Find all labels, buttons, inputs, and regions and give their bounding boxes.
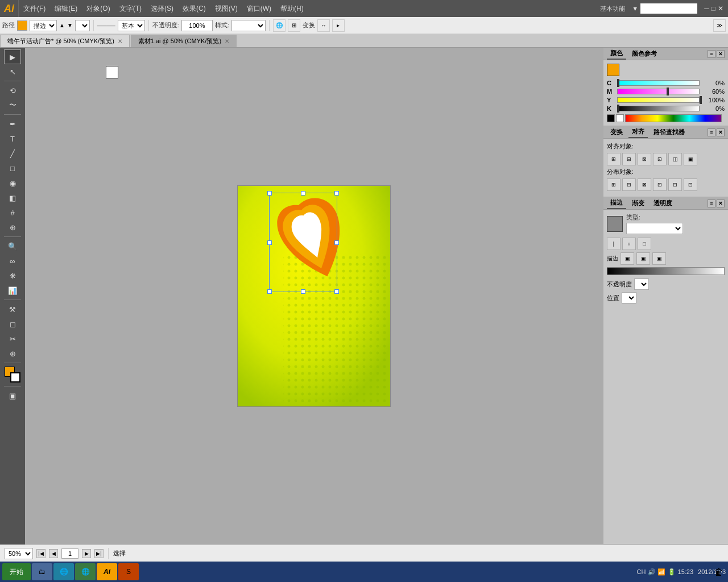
scissors-tool[interactable]: ✂ [5,332,20,346]
close-button[interactable]: ✕ [718,5,723,13]
pen-tool[interactable]: ✒ [5,117,20,131]
white-swatch[interactable] [616,114,624,122]
line-style-dropdown[interactable]: 基本 [118,20,145,31]
stroke-delete-btn[interactable]: 🗑 [714,567,723,577]
stroke-inside-btn[interactable]: ▣ [621,252,634,265]
stroke-cap-round-btn[interactable]: ○ [622,238,636,250]
gradient-tool[interactable]: ◧ [5,191,20,205]
menu-file[interactable]: 文件(F) [19,0,50,17]
align-tab[interactable]: 对齐 [628,126,648,138]
menu-view[interactable]: 视图(V) [210,0,242,17]
stroke-tab[interactable]: 描边 [607,197,626,209]
dist-center-v-btn[interactable]: ⊟ [622,178,636,191]
dist-left-btn[interactable]: ⊡ [653,178,667,191]
symbol-tool[interactable]: ❋ [5,269,20,282]
warp-tool[interactable]: 〜 [5,98,20,112]
tab-duanwu-close[interactable]: ✕ [118,38,122,44]
foreground-swatch[interactable] [607,64,619,76]
align-center-v-btn[interactable]: ◫ [668,153,682,165]
align-bottom-btn[interactable]: ▣ [684,153,697,165]
stroke-outside-btn[interactable]: ▣ [652,252,666,265]
minimize-button[interactable]: ─ [704,5,709,13]
stroke-panel-close-btn[interactable]: ✕ [717,199,725,207]
panel-collapse-btn[interactable]: ≫ [713,19,726,32]
globe-icon-btn[interactable]: 🌐 [273,19,286,32]
color-tab[interactable]: 颜色 [607,48,626,60]
stroke-position-select[interactable] [622,292,636,304]
y-slider[interactable] [617,97,700,103]
slice-tool[interactable]: ⚒ [5,302,20,316]
k-slider[interactable] [617,106,700,111]
search-input[interactable] [640,3,697,14]
color-panel-close-btn[interactable]: ✕ [717,50,725,58]
paintbucket-tool[interactable]: ◉ [5,176,20,190]
eyedropper-tool[interactable]: 🔍 [5,239,20,253]
dist-center-h-btn[interactable]: ⊡ [668,178,682,191]
tab-sucai[interactable]: 素材1.ai @ 50% (CMYK/预览) ✕ [131,35,237,47]
background-swatch[interactable] [106,66,118,78]
stroke-style-dropdown[interactable] [75,20,90,31]
align-right-btn[interactable]: ⊠ [638,153,651,165]
column-chart-tool[interactable]: 📊 [5,284,20,297]
stroke-center-btn[interactable]: ▣ [636,252,650,265]
stroke-panel-menu-btn[interactable]: ≡ [708,199,715,207]
color-panel-menu-btn[interactable]: ≡ [708,50,715,58]
menu-object[interactable]: 对象(O) [82,0,114,17]
align-top-btn[interactable]: ⊡ [653,153,667,165]
type-tool[interactable]: T [5,132,20,146]
eraser-tool[interactable]: ◻ [5,317,20,331]
stroke-color-swatch[interactable] [10,372,20,383]
align-panel-menu-btn[interactable]: ≡ [708,128,715,136]
spectrum-gradient[interactable] [625,114,722,122]
tab-duanwu[interactable]: 端午节活动广告* @ 50% (CMYK/预览) ✕ [0,35,130,47]
dist-top-btn[interactable]: ⊞ [607,178,621,191]
dist-right-btn[interactable]: ⊡ [684,178,697,191]
start-button[interactable]: 开始 [2,563,31,580]
direct-select-tool[interactable]: ↖ [5,65,20,78]
zoom-select[interactable]: 50% [5,548,33,559]
taskbar-browser-icon[interactable]: 🌐 [53,563,74,580]
more-btn[interactable]: ▸ [332,19,345,32]
stroke-up-icon[interactable]: ▲ [59,22,65,28]
pathfinder-tab[interactable]: 路径查找器 [650,127,688,138]
menu-select[interactable]: 选择(S) [146,0,178,17]
black-swatch[interactable] [607,114,615,122]
menu-edit[interactable]: 编辑(E) [50,0,82,17]
rect-tool[interactable]: □ [5,161,20,175]
menu-effect[interactable]: 效果(C) [178,0,210,17]
align-panel-close-btn[interactable]: ✕ [717,128,725,136]
align-left-btn[interactable]: ⊞ [607,153,621,165]
stroke-preview-swatch[interactable] [607,216,623,232]
menu-window[interactable]: 窗口(W) [242,0,276,17]
line-tool[interactable]: ╱ [5,147,20,160]
nav-last-btn[interactable]: ▶| [94,549,104,558]
stroke-dropdown[interactable]: 描边 [30,20,57,31]
transparency-tab[interactable]: 透明度 [650,198,676,209]
fill-stroke-swatches[interactable] [5,367,20,383]
transform-btn[interactable]: ⊞ [288,19,300,32]
transform-label[interactable]: 变换 [303,21,315,30]
fill-swatch[interactable] [17,20,27,31]
flip-h-btn[interactable]: ↔ [317,19,330,32]
dropdown-arrow-icon[interactable]: ▼ [632,5,638,12]
menu-type[interactable]: 文字(T) [115,0,146,17]
blend-tool[interactable]: ∞ [5,254,20,268]
taskbar-browser2-icon[interactable]: 🌐 [75,563,96,580]
nav-prev-btn[interactable]: ◀ [49,549,58,558]
stroke-cap-butt-btn[interactable]: | [607,238,621,250]
shape-build-tool[interactable]: ⊕ [5,221,20,234]
nav-next-btn[interactable]: ▶ [82,549,91,558]
zoom-tool[interactable]: ⊕ [5,347,20,360]
transform-tool[interactable]: ⟲ [5,84,20,97]
c-slider[interactable] [617,80,700,86]
mesh-tool[interactable]: # [5,206,20,219]
stroke-down-icon[interactable]: ▼ [67,22,73,28]
nav-first-btn[interactable]: |◀ [36,549,46,558]
align-center-h-btn[interactable]: ⊟ [622,153,636,165]
maximize-button[interactable]: □ [712,5,715,13]
canvas-area[interactable] [25,48,603,544]
taskbar-explorer-icon[interactable]: 🗂 [32,563,52,580]
change-screen-mode[interactable]: ▣ [5,389,20,402]
stroke-cap-square-btn[interactable]: □ [638,238,651,250]
stroke-opacity-select[interactable] [634,278,649,290]
